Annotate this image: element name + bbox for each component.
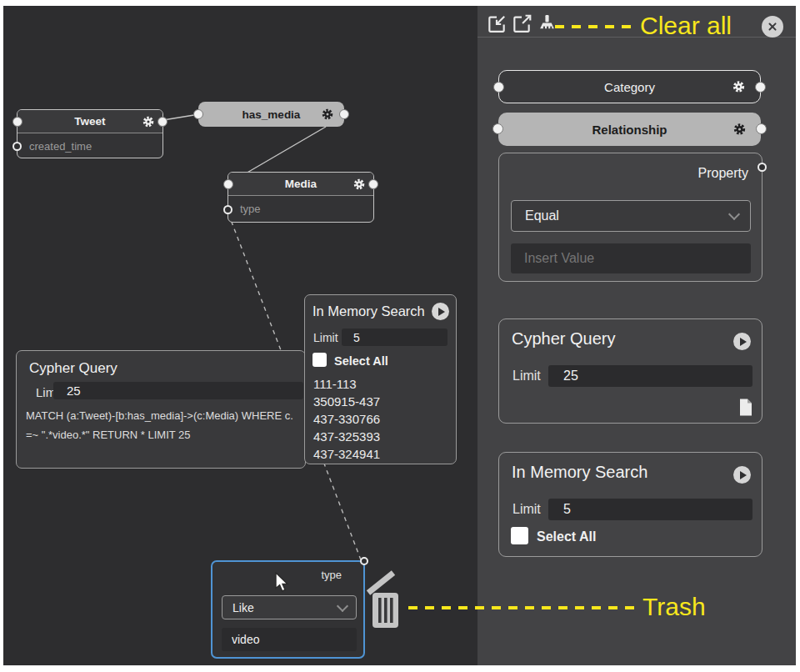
select-all-checkbox[interactable]: [312, 353, 327, 367]
result-item[interactable]: 437-324941: [313, 445, 380, 463]
clear-all-annotation-line: [555, 25, 636, 28]
node-title: Tweet: [74, 115, 105, 128]
result-item[interactable]: 111-113: [313, 375, 380, 393]
port[interactable]: [755, 82, 766, 93]
chevron-down-icon: [728, 208, 740, 220]
port[interactable]: [360, 557, 368, 565]
limit-label: Limit: [512, 369, 541, 384]
operator-select[interactable]: Equal: [511, 200, 751, 232]
run-icon[interactable]: [733, 333, 751, 350]
port[interactable]: [12, 142, 22, 151]
limit-label: Limit: [512, 502, 541, 517]
port[interactable]: [758, 163, 767, 172]
node-property-row[interactable]: created_time: [18, 133, 162, 159]
port[interactable]: [756, 123, 767, 134]
canvas-memory-panel: In Memory Search Limit Select All 111-11…: [304, 294, 457, 464]
app-window: Tweet created_time has_media Media: [0, 0, 800, 672]
node-property-row[interactable]: type: [228, 196, 373, 222]
port[interactable]: [368, 179, 378, 189]
trash-annotation-line: [408, 606, 639, 609]
query-line-1: MATCH (a:Tweet)-[b:has_media]->(c:Media)…: [26, 409, 304, 422]
node-title: Media: [285, 178, 317, 190]
template-relationship[interactable]: Relationship: [498, 113, 761, 146]
port[interactable]: [223, 205, 232, 214]
filter-property-label: type: [321, 569, 342, 581]
chevron-down-icon: [337, 599, 348, 611]
limit-input[interactable]: [548, 365, 752, 387]
select-all-label: Select All: [334, 354, 388, 368]
port[interactable]: [493, 82, 504, 93]
panel-title: Property: [698, 166, 748, 181]
run-icon[interactable]: [733, 466, 751, 484]
select-all-label: Select All: [537, 529, 596, 544]
frame-left: [0, 0, 3, 672]
node-media[interactable]: Media type: [228, 172, 374, 223]
template-label: Category: [604, 80, 655, 94]
query-line-2: =~ ".*video.*" RETURN * LIMIT 25: [26, 429, 191, 441]
broom-icon[interactable]: [537, 13, 558, 34]
limit-input[interactable]: [342, 328, 448, 346]
operator-select[interactable]: Like: [222, 595, 357, 619]
limit-label: Limit: [313, 331, 338, 344]
gear-icon[interactable]: [732, 80, 746, 94]
result-item[interactable]: 437-325393: [313, 428, 380, 445]
operator-value: Equal: [525, 208, 559, 223]
node-has-media[interactable]: has_media: [198, 102, 344, 127]
panel-title: In Memory Search: [312, 303, 425, 319]
sidebar-cypher-panel: Cypher Query Limit: [498, 318, 762, 424]
result-list: 111-113350915-437437-330766437-325393437…: [313, 375, 380, 463]
template-label: Relationship: [592, 123, 667, 137]
frame-right: [796, 0, 800, 672]
filter-value-input[interactable]: [222, 628, 357, 651]
select-all-checkbox[interactable]: [511, 527, 528, 544]
frame-bottom: [0, 665, 800, 672]
limit-input[interactable]: [548, 499, 752, 520]
panel-title: In Memory Search: [512, 463, 648, 482]
property-panel: Property Equal: [498, 153, 762, 282]
close-icon[interactable]: [762, 16, 783, 38]
node-media-header[interactable]: Media: [228, 173, 373, 196]
run-icon[interactable]: [432, 303, 449, 320]
document-icon[interactable]: [739, 399, 752, 416]
result-item[interactable]: 437-330766: [313, 410, 380, 428]
panel-title: Cypher Query: [29, 360, 118, 377]
gear-icon[interactable]: [321, 108, 334, 121]
node-tweet-header[interactable]: Tweet: [18, 110, 162, 133]
frame-top: [0, 0, 800, 6]
port[interactable]: [339, 109, 349, 119]
port[interactable]: [223, 179, 233, 189]
node-title: has_media: [242, 108, 301, 121]
port[interactable]: [193, 109, 203, 119]
trash-icon[interactable]: [365, 568, 403, 631]
gear-icon[interactable]: [142, 115, 155, 128]
mouse-cursor: [274, 572, 292, 597]
trash-annotation: Trash: [642, 593, 706, 621]
operator-value: Like: [232, 601, 254, 614]
canvas-cypher-panel: Cypher Query Limit MATCH (a:Tweet)-[b:ha…: [16, 350, 306, 469]
limit-input[interactable]: [53, 382, 303, 399]
export-icon[interactable]: [511, 13, 532, 35]
property-label: type: [240, 203, 261, 215]
port[interactable]: [12, 117, 22, 127]
gear-icon[interactable]: [352, 178, 366, 191]
node-tweet[interactable]: Tweet created_time: [17, 109, 163, 158]
clear-all-annotation: Clear all: [640, 12, 732, 40]
result-item[interactable]: 350915-437: [313, 393, 380, 410]
port[interactable]: [492, 123, 503, 134]
sidebar-memory-panel: In Memory Search Limit Select All: [498, 452, 762, 557]
import-icon[interactable]: [486, 13, 508, 35]
port[interactable]: [158, 117, 168, 127]
panel-title: Cypher Query: [512, 329, 616, 349]
template-category[interactable]: Category: [498, 70, 761, 103]
property-label: created_time: [29, 140, 92, 153]
gear-icon[interactable]: [732, 123, 747, 137]
value-input[interactable]: [511, 243, 751, 273]
topbar-divider: [478, 37, 796, 38]
